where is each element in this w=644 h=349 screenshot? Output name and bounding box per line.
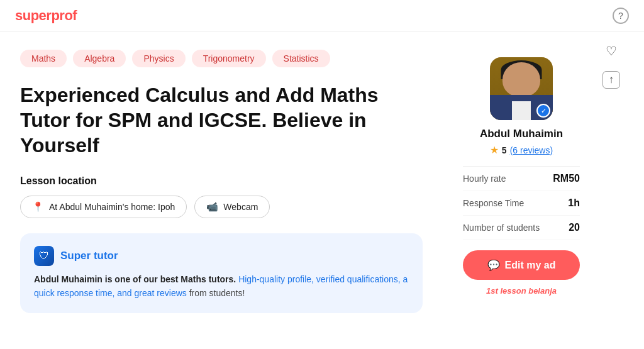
header: superprof ?	[0, 0, 644, 32]
edit-button[interactable]: 💬 Edit my ad	[463, 250, 580, 280]
stat-row: Number of students20	[463, 216, 580, 240]
tag-item[interactable]: Trigonometry	[192, 50, 266, 67]
location-label: At Abdul Muhaimin's home: Ipoh	[49, 202, 175, 212]
reviews-link[interactable]: (6 reviews)	[510, 145, 553, 155]
super-tutor-title: Super tutor	[60, 250, 118, 262]
lesson-location-label: Lesson location	[20, 175, 433, 187]
tutor-rating: ★ 5 (6 reviews)	[490, 144, 553, 156]
rating-value: 5	[502, 145, 507, 155]
stats-table: Hourly rateRM50Response Time1hNumber of …	[463, 166, 580, 240]
tag-item[interactable]: Maths	[20, 50, 67, 67]
tag-item[interactable]: Physics	[132, 50, 185, 67]
location-icon: 📍	[32, 201, 44, 213]
tag-item[interactable]: Algebra	[73, 50, 126, 67]
logo: superprof	[15, 8, 77, 24]
chat-icon: 💬	[487, 259, 500, 271]
location-button[interactable]: 📹Webcam	[194, 196, 270, 218]
shield-icon: 🛡	[34, 246, 54, 266]
stat-value: 1h	[568, 197, 580, 209]
tutor-name: Abdul Muhaimin	[480, 128, 563, 140]
share-icon[interactable]: ↑	[602, 71, 620, 89]
star-icon: ★	[490, 144, 499, 156]
tags-row: MathsAlgebraPhysicsTrigonometryStatistic…	[20, 50, 433, 67]
avatar-head	[502, 62, 540, 97]
super-tutor-header: 🛡 Super tutor	[34, 246, 409, 266]
header-right: ?	[613, 8, 629, 24]
stat-label: Number of students	[463, 223, 540, 233]
sidebar-icons: ♡ ↑	[602, 42, 620, 89]
free-lesson-label: 1st lesson belanja	[486, 286, 557, 296]
stat-row: Hourly rateRM50	[463, 167, 580, 191]
help-icon[interactable]: ?	[613, 8, 629, 24]
avatar-badge: ✓	[536, 104, 550, 118]
super-tutor-card: 🛡 Super tutor Abdul Muhaimin is one of o…	[20, 233, 423, 313]
avatar-shirt	[512, 101, 531, 120]
stat-label: Response Time	[463, 198, 524, 208]
left-content: MathsAlgebraPhysicsTrigonometryStatistic…	[0, 32, 453, 333]
location-row: 📍At Abdul Muhaimin's home: Ipoh📹Webcam	[20, 196, 433, 218]
heart-icon[interactable]: ♡	[602, 42, 620, 60]
edit-button-label: Edit my ad	[505, 260, 556, 271]
tag-item[interactable]: Statistics	[272, 50, 330, 67]
stat-label: Hourly rate	[463, 174, 506, 184]
stat-row: Response Time1h	[463, 191, 580, 216]
location-icon: 📹	[206, 201, 218, 213]
location-button[interactable]: 📍At Abdul Muhaimin's home: Ipoh	[20, 196, 187, 218]
tutor-avatar: ✓	[490, 57, 553, 120]
super-tutor-text-part1: Abdul Muhaimin is one of our best Maths …	[34, 274, 236, 284]
location-label: Webcam	[223, 202, 258, 212]
profile-title: Experienced Calculus and Add Maths Tutor…	[20, 82, 385, 158]
tutor-card: ✓ Abdul Muhaimin ★ 5 (6 reviews) Hourly …	[453, 47, 590, 306]
right-sidebar: ♡ ↑ ✓ Abdul Muhaimin ★ 5 (6 reviews)	[453, 32, 623, 333]
stat-value: 20	[569, 222, 580, 233]
super-tutor-text: Abdul Muhaimin is one of our best Maths …	[34, 272, 409, 301]
main-container: MathsAlgebraPhysicsTrigonometryStatistic…	[0, 32, 644, 333]
stat-value: RM50	[553, 173, 580, 184]
